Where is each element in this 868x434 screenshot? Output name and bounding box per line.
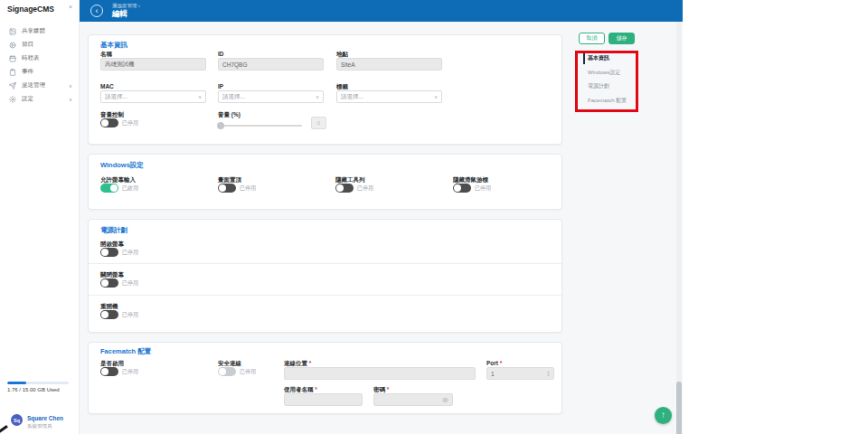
user-name[interactable]: Square Chen (27, 415, 63, 421)
scrollbar-thumb[interactable] (676, 382, 682, 434)
mac-label: MAC (100, 83, 114, 90)
section-power-plan: 電源計劃 開啟螢幕 已停用 關閉螢幕 已停用 重開機 已停用 (88, 219, 562, 333)
page-title: 編輯 (112, 9, 127, 20)
sidebar-item-programs[interactable]: 節目 (0, 38, 80, 52)
reboot-toggle[interactable] (100, 310, 118, 319)
toggle-state: 已停用 (240, 368, 256, 376)
section-facematch-config: Facematch 配置 是否啟用 已停用 安全連線 已停用 連線位置 Port… (88, 342, 562, 414)
divider (89, 295, 563, 296)
volume-control-toggle[interactable] (100, 118, 118, 127)
screen-off-toggle[interactable] (100, 278, 118, 288)
username-field (284, 393, 363, 406)
storage-progress-bar (7, 382, 69, 384)
toggle-state: 已停用 (122, 368, 138, 376)
send-icon (9, 82, 16, 90)
sidebar-item-dispatch-management[interactable]: 派送管理 ∨ (0, 79, 80, 92)
page-header: ‹ 播放器管理 編輯 (80, 0, 683, 22)
screen-on-toggle[interactable] (100, 248, 118, 257)
scroll-to-top-button[interactable]: ↑ (655, 407, 672, 424)
sidebar-item-shared-media[interactable]: 共享媒體 (0, 24, 80, 38)
sidebar: SignageCMS × 共享媒體 節目 時程表 事件 派送管理 ∨ 設定 ∨ … (0, 0, 80, 434)
chevron-down-icon: ∨ (434, 94, 438, 99)
section-title: Windows設定 (100, 161, 144, 170)
sidebar-item-label: 事件 (22, 68, 33, 76)
connection-location-field (284, 367, 476, 380)
sidebar-item-label: 共享媒體 (22, 27, 45, 35)
user-role: 系統管理員 (27, 423, 52, 429)
toggle-state: 已停用 (122, 311, 138, 319)
sidebar-item-label: 設定 (22, 95, 33, 103)
save-button[interactable]: 儲存 (609, 33, 635, 44)
section-title: 基本資訊 (100, 41, 127, 50)
gear-icon (9, 96, 16, 103)
cancel-button[interactable]: 取消 (579, 33, 605, 44)
anchor-basic-info[interactable]: 基本資訊 (588, 54, 609, 62)
ip-label: IP (218, 83, 223, 90)
section-windows-settings: Windows設定 允許螢幕輸入 已啟用 畫面置頂 已停用 隱藏工具列 已停用 … (88, 154, 562, 210)
scrollbar (676, 22, 682, 434)
back-button[interactable]: ‹ (90, 5, 103, 17)
mac-select[interactable]: 請選擇... ∨ (100, 90, 206, 103)
image-icon (9, 28, 16, 35)
tag-select[interactable]: 請選擇... ∨ (336, 90, 442, 103)
storage-progress-fill (7, 382, 26, 384)
section-title: Facematch 配置 (100, 347, 151, 356)
active-anchor-indicator (583, 52, 585, 64)
anchor-power-plan[interactable]: 電源計劃 (588, 82, 609, 90)
toggle-state: 已停用 (122, 119, 138, 127)
ip-select[interactable]: 請選擇... ∨ (218, 90, 324, 103)
screen-on-top-toggle[interactable] (218, 184, 236, 193)
chevron-down-icon: ∨ (69, 83, 72, 89)
volume-slider (218, 125, 302, 127)
toggle-state: 已停用 (475, 184, 491, 193)
hide-taskbar-toggle[interactable] (335, 184, 354, 193)
play-icon (9, 42, 16, 49)
name-field: 高雄測試機 (100, 58, 206, 71)
chevron-down-icon: ∨ (316, 94, 319, 99)
anchor-windows-settings[interactable]: Windows設定 (588, 69, 620, 77)
close-icon[interactable]: × (69, 4, 72, 10)
allow-screen-input-toggle[interactable] (100, 184, 118, 193)
port-field: 1 ∧∨ (486, 367, 554, 380)
volume-slider-knob (217, 122, 224, 129)
divider (89, 263, 563, 264)
toggle-state: 已啟用 (122, 184, 138, 193)
secure-connection-toggle (218, 367, 236, 376)
sidebar-item-schedules[interactable]: 時程表 (0, 52, 80, 65)
calendar-icon (9, 55, 16, 62)
toggle-state: 已停用 (122, 249, 138, 257)
facematch-enable-toggle[interactable] (100, 367, 118, 376)
brand-logo: SignageCMS (7, 5, 54, 14)
sidebar-item-events[interactable]: 事件 (0, 65, 80, 79)
avatar[interactable]: Sq (11, 414, 23, 426)
chevron-down-icon: ∨ (69, 97, 72, 102)
storage-usage-text: 1.76 / 15.00 GB Used (7, 387, 60, 392)
section-basic-info: 基本資訊 名稱 高雄測試機 ID CH7QBG 地點 SiteA MAC 請選擇… (88, 34, 562, 145)
sidebar-item-label: 派送管理 (22, 81, 45, 90)
volume-percent-label: 音量 (%) (218, 111, 241, 119)
toggle-state: 已停用 (357, 184, 373, 193)
volume-value-field: 0 (311, 117, 326, 129)
toggle-state: 已停用 (122, 279, 138, 288)
eye-icon (442, 397, 448, 403)
anchor-facematch-config[interactable]: Facematch 配置 (588, 97, 627, 105)
section-title: 電源計劃 (100, 226, 127, 235)
sidebar-item-settings[interactable]: 設定 ∨ (0, 92, 80, 106)
id-label: ID (218, 51, 224, 57)
id-field: CH7QBG (218, 58, 324, 71)
site-field: SiteA (336, 58, 442, 71)
breadcrumb[interactable]: 播放器管理 (112, 3, 140, 9)
chevron-down-icon: ∨ (198, 94, 202, 99)
hide-cursor-toggle[interactable] (453, 184, 471, 193)
sidebar-item-label: 節目 (22, 41, 33, 49)
sidebar-item-label: 時程表 (22, 54, 40, 62)
password-field (373, 393, 453, 406)
number-stepper-icon: ∧∨ (547, 371, 550, 377)
toggle-state: 已停用 (240, 184, 256, 193)
main-area: ‹ 播放器管理 編輯 基本資訊 名稱 高雄測試機 ID CH7QBG 地點 Si… (80, 0, 683, 434)
clipboard-icon (9, 69, 16, 76)
port-label: Port (486, 360, 502, 366)
